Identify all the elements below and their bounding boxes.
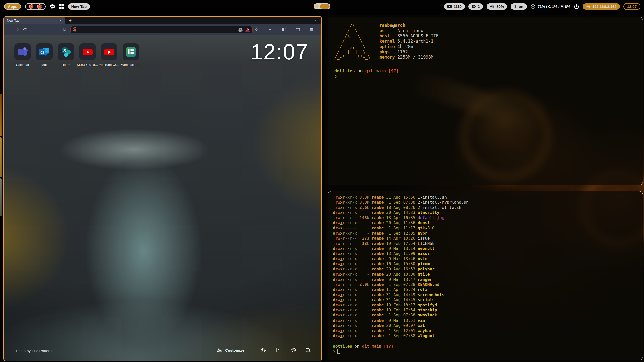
terminal-listing-window[interactable]: .rwxr-xr-x 8.3k raabe 31 Aug 15:56 1-ins…: [328, 191, 643, 360]
settings-gear-icon[interactable]: [260, 346, 267, 354]
address-bar[interactable]: [70, 26, 253, 33]
tab-search-chevron-icon[interactable]: [314, 17, 318, 24]
system-stats[interactable]: 71% / C 1% / M 8%: [530, 4, 570, 9]
fastfetch-title: raabe@arch: [379, 23, 438, 28]
workspace-indicator[interactable]: [25, 3, 46, 10]
top-bar-right: 1110 2 80% on 71% / C 1% / M 8%: [444, 3, 640, 10]
tab-strip: New Tab ✕ +: [4, 17, 321, 24]
tab-new-tab[interactable]: New Tab ✕: [4, 17, 65, 24]
shortcut-tile[interactable]: SHome: [55, 43, 77, 67]
fastfetch-line: kernel6.4.12-arch1-1: [379, 39, 438, 44]
chat-bubble-icon[interactable]: [50, 4, 55, 9]
toggle-knob: [314, 4, 319, 9]
shortcut-label: Home: [62, 63, 70, 67]
controls-divider: [252, 347, 252, 353]
file-row: .rwxr-xr-x 2.6k raabe 18 Aug 08:26 2-ins…: [333, 205, 638, 210]
file-row: drwxr-xr-x - raabe 9 Mar 13:47 ranger: [333, 277, 638, 282]
volume-value: 80%: [496, 4, 504, 9]
terminal-fastfetch-window[interactable]: /\ / \ /\ \ / \ / ,, \ / | | -\ /_-'' ''…: [328, 17, 643, 185]
fastfetch-line: osArch Linux: [379, 28, 438, 33]
updates-count: 2: [478, 4, 480, 9]
screen-edge-sliver: [0, 178, 2, 216]
file-row: drwxr-xr-x - raabe 9 Mar 13:51 vim: [333, 318, 638, 323]
brave-browser-window[interactable]: New Tab ✕ +: [3, 16, 322, 361]
file-row: drwxr-xr-x - raabe 9 Mar 13:14 neomutt: [333, 246, 638, 251]
file-row: .rw-r--r-- 248k raabe 13 Apr 16:35 defau…: [333, 215, 638, 220]
bookmark-button[interactable]: [61, 26, 68, 33]
apps-button[interactable]: Apps: [4, 3, 21, 10]
shortcut-tile[interactable]: TCalendar: [12, 43, 33, 67]
history-icon[interactable]: [290, 346, 297, 354]
arch-ascii-logo: /\ / \ /\ \ / \ / ,, \ / | | -\ /_-'' ''…: [334, 23, 370, 60]
workspace-brave-icon[interactable]: [29, 4, 34, 9]
fastfetch-line: hostB550 AORUS ELITE: [379, 33, 438, 39]
power-icon[interactable]: [574, 4, 579, 9]
file-row: drwxr-xr-x - raabe 20 Aug 16:53 polybar: [333, 267, 638, 272]
file-row: drwxr-xr-x - raabe 19 Feb 17:54 starship: [333, 308, 638, 313]
workspace-brave-icon[interactable]: [37, 4, 42, 9]
leo-ai-icon[interactable]: [253, 26, 260, 33]
forward-button[interactable]: [14, 26, 21, 33]
webmail-icon: [123, 43, 139, 60]
file-row: drwxr-xr-x - raabe 31 Aug 14:49 screensh…: [333, 292, 638, 297]
ip-address-pill[interactable]: 192.168.2.159: [583, 3, 620, 10]
youtube-icon: [447, 5, 452, 8]
background-video-icon[interactable]: [305, 346, 312, 354]
bluetooth-state: on: [519, 4, 523, 9]
shortcut-tile[interactable]: (396) YouTu…: [77, 43, 98, 67]
file-row: drwxr-xr-x - raabe 13 Aug 11:09 nixos: [333, 251, 638, 256]
tab-title: New Tab: [7, 19, 19, 22]
shortcut-tile[interactable]: OMail: [33, 43, 55, 67]
bat-rewards-icon[interactable]: [245, 28, 250, 32]
youtube-count-pill[interactable]: 1110: [444, 3, 465, 10]
file-row: .rwxr-xr-x 3.0k raabe 1 Sep 07:38 2-inst…: [333, 200, 638, 205]
sharepoint-icon: S: [58, 43, 74, 60]
center-toggle[interactable]: [314, 3, 330, 9]
back-button[interactable]: [7, 26, 14, 33]
windows-logo-icon[interactable]: [59, 4, 64, 9]
fastfetch-output: /\ / \ /\ \ / \ / ,, \ / | | -\ /_-'' ''…: [334, 23, 636, 60]
bluetooth-pill[interactable]: on: [511, 3, 527, 10]
tab-close-icon[interactable]: ✕: [59, 19, 62, 22]
file-row: drwxr-xr-x - raabe 23 Aug 10:00 qtile: [333, 272, 638, 277]
screen-edge-sliver: [0, 137, 2, 177]
bookmarks-book-icon[interactable]: [275, 346, 282, 354]
terminal-cursor: [337, 349, 340, 354]
file-row: .rw-r--r-- 18k raabe 19 Feb 17:54 LICENS…: [333, 241, 638, 246]
volume-pill[interactable]: 80%: [487, 3, 507, 10]
shortcut-label: Mail: [41, 63, 47, 67]
customize-button[interactable]: Customize: [216, 348, 244, 353]
wallet-icon[interactable]: [294, 26, 302, 33]
window-title-pill[interactable]: New Tab: [68, 3, 90, 10]
file-row: .rw-r--r-- 2.0k raabe 1 Sep 07:38 README…: [333, 282, 638, 287]
clock-pill[interactable]: 12:07: [623, 3, 640, 10]
new-tab-button[interactable]: +: [69, 17, 72, 24]
shortcut-tile[interactable]: YouTube Cr…: [98, 43, 120, 67]
shortcut-tile[interactable]: Webmailer …: [120, 43, 142, 67]
shortcut-label: Webmailer …: [121, 63, 141, 67]
downloads-icon[interactable]: [266, 26, 274, 33]
address-separator: [236, 28, 236, 32]
file-row: drwxr-xr-x - raabe 1 Sep 12:05 hypr: [333, 231, 638, 236]
shortcut-label: (396) YouTu…: [77, 63, 98, 67]
file-row: drwxr-xr-x - raabe 19 Feb 18:17 spotifyd: [333, 303, 638, 308]
photo-credit[interactable]: Photo by Eric Patterson: [16, 349, 56, 353]
prompt-cursor-line: ❯: [333, 349, 638, 354]
updates-pill[interactable]: 2: [468, 3, 483, 10]
youtube-count: 1110: [454, 4, 462, 9]
brave-shields-icon[interactable]: [238, 27, 243, 32]
prompt-cursor-line: ❯: [334, 74, 636, 79]
reload-button[interactable]: [21, 26, 29, 33]
apps-label: Apps: [8, 4, 17, 9]
file-row: drwxr-xr-x - raabe 30 Aug 14:33 alacritt…: [333, 210, 638, 215]
sidebar-icon[interactable]: [280, 26, 288, 33]
stats-text: 71% / C 1% / M 8%: [538, 4, 570, 9]
speaker-icon: [490, 4, 495, 8]
toolbar-right-icons: [253, 26, 315, 33]
screen-edge-sliver: [0, 94, 2, 136]
teams-icon: T: [14, 43, 31, 60]
menu-icon[interactable]: [308, 26, 315, 33]
shortcuts-row: TCalendarOMailSHome(396) YouTu…YouTube C…: [12, 43, 142, 67]
ip-address: 192.168.2.159: [592, 4, 617, 9]
bluetooth-icon: [514, 4, 517, 9]
